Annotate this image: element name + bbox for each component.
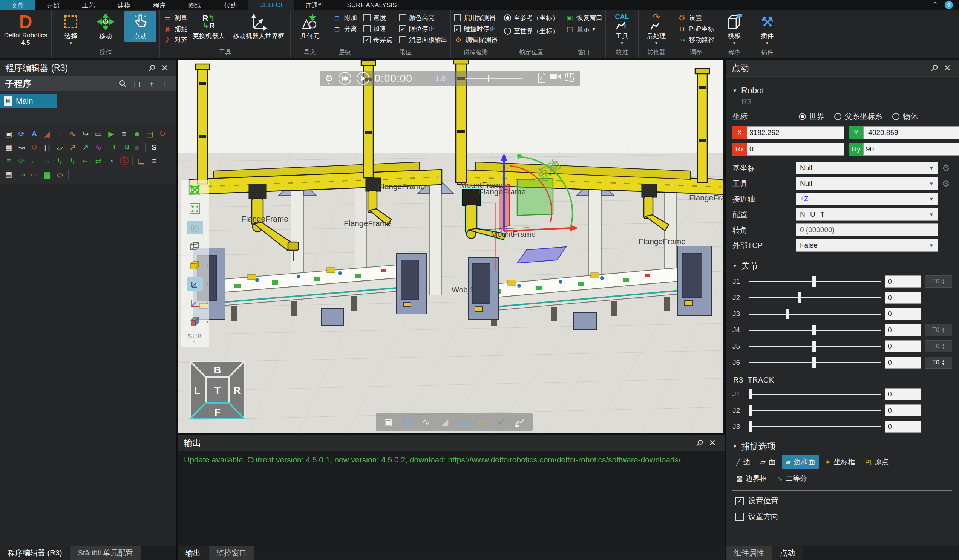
set-position-checkbox[interactable]: ✓ 设置位置 (736, 496, 952, 506)
sync-icon[interactable]: ⇄ (92, 155, 105, 167)
j6-value-field[interactable] (885, 356, 921, 369)
tool-dropdown[interactable]: Null▼ (796, 177, 938, 190)
tab-monitor-window[interactable]: 监控窗口 (209, 546, 254, 560)
rewind-button[interactable] (339, 72, 351, 85)
rotate-back-icon[interactable]: ↺ (28, 141, 41, 153)
tab-staubli-cell-config[interactable]: Stäubli 单元配置 (70, 546, 140, 560)
limit-speed-checkbox[interactable]: 速度 (363, 14, 392, 22)
swap-robot-button[interactable]: R↰ ↳R 更换机器人 (190, 11, 228, 42)
tab-jog[interactable]: 点动 (773, 546, 803, 560)
arrow-move-icon[interactable]: ↗ (79, 141, 92, 153)
menu-tab-file[interactable]: 文件 (0, 0, 35, 10)
playback-settings-gear-icon[interactable]: ⚙ ▾ (325, 73, 333, 84)
limit-singularity-checkbox[interactable]: ✓ 奇异点 (363, 35, 392, 44)
frame-world-radio[interactable]: 世界 (799, 111, 824, 122)
tab-output[interactable]: 输出 (178, 546, 208, 560)
enable-detector-checkbox[interactable]: 启用探测器 (454, 14, 498, 22)
track-j2-slider[interactable] (749, 405, 881, 416)
add-subprogram-icon[interactable]: + (146, 78, 157, 89)
j5-value-field[interactable] (885, 340, 921, 352)
turntable-view-icon[interactable]: ◎ (186, 221, 203, 234)
subprogram-list-icon[interactable]: ▤ (132, 78, 142, 89)
equals-icon[interactable]: = (2, 155, 15, 167)
wireframe-cube-icon[interactable] (186, 240, 203, 253)
geometry-button[interactable]: 几何元 (294, 11, 326, 42)
validate-check-icon[interactable]: ✓ (495, 416, 508, 428)
base-frame-dropdown[interactable]: Null▼ (796, 162, 938, 175)
menu-tab-home[interactable]: 开始 (35, 0, 71, 10)
j1-turn-spinner[interactable]: T0▲▼ (925, 275, 952, 288)
text-annotation-icon[interactable]: A (457, 416, 470, 428)
frame-box-icon[interactable]: ▭ (92, 128, 105, 140)
insert-point-icon[interactable]: ↓ (54, 128, 66, 140)
record-video-icon[interactable] (550, 73, 561, 84)
external-tcp-dropdown[interactable]: False▼ (796, 239, 938, 252)
fit-view-icon[interactable] (186, 202, 203, 216)
menu-tab-modeling[interactable]: 建模 (106, 0, 142, 10)
speed-ellipse-icon[interactable]: ● (131, 128, 143, 140)
track-j3-slider[interactable] (749, 421, 881, 432)
return-jump-icon[interactable]: ↵ (79, 155, 92, 167)
reverse-path-icon[interactable]: ↪ (79, 128, 92, 140)
limit-message-output-checkbox[interactable]: 消息面板输出 (399, 35, 448, 44)
open-folder-icon[interactable]: ▱ (54, 141, 66, 153)
menu-tab-help[interactable]: 帮助 (213, 0, 248, 10)
limit-color-highlight-checkbox[interactable]: 颜色高亮 (399, 14, 448, 22)
snap-origin-button[interactable]: ◰ 原点 (861, 455, 893, 469)
signal-out-icon[interactable]: →• (15, 169, 28, 180)
export-pdf-icon[interactable]: A (538, 73, 546, 84)
ramp-tool-icon[interactable]: ◢ (41, 128, 54, 140)
loop-icon[interactable]: ⟳ (15, 155, 28, 167)
grid-icon[interactable]: ▦ (2, 141, 15, 153)
3d-viewport[interactable]: 点动 FlangeFrame FlangeFrame FlangeFrame M… (178, 60, 723, 433)
menu-tab-program[interactable]: 程序 (142, 0, 177, 10)
snap-edge-and-face-button[interactable]: ▰ 边和面 (782, 455, 819, 469)
pnp-coords-button[interactable]: ⊔ PnP坐标 (677, 24, 715, 33)
j1-slider[interactable] (749, 276, 881, 287)
snap-face-button[interactable]: ▱ 面 (757, 455, 779, 469)
plugins-button[interactable]: ⚒ 插件 ▼ (754, 11, 780, 47)
search-icon[interactable] (118, 78, 128, 89)
rgb-cube-icon[interactable]: ▾ (186, 315, 203, 329)
j6-slider[interactable] (749, 357, 881, 368)
track-j3-value-field[interactable] (885, 420, 921, 433)
output-log[interactable]: Update available. Current version: 4.5.0… (178, 451, 725, 546)
solid-cube-icon[interactable]: ▾ (186, 259, 203, 272)
pin-panel-icon[interactable]: ⚲ (143, 59, 160, 76)
branch-a-icon[interactable]: ↳ (54, 155, 66, 167)
configuration-dropdown[interactable]: N U T▼ (796, 208, 938, 221)
attach-button[interactable]: ⊞ 附加 (333, 14, 357, 22)
speed-slider[interactable] (466, 75, 523, 82)
edit-detector-button[interactable]: ⚙ 编辑探测器 (454, 35, 498, 44)
spline-icon[interactable]: ↝ (15, 141, 28, 153)
program-editor-body[interactable] (0, 184, 177, 546)
tab-program-editor[interactable]: 程序编辑器 (R3) (0, 546, 69, 560)
expand-all-icon[interactable] (186, 183, 203, 197)
axes-display-icon[interactable]: ▾ (186, 296, 203, 310)
lock-to-world-radio[interactable]: 至世界（坐标） (504, 27, 559, 35)
move-button[interactable]: 移动 (89, 11, 122, 42)
to-base-icon[interactable]: →B (118, 141, 131, 153)
limit-accel-checkbox[interactable]: 加速 (363, 24, 392, 33)
j3-value-field[interactable] (885, 308, 921, 320)
pin-output-icon[interactable]: ⚲ (691, 434, 708, 451)
turn-angle-field[interactable]: 0 (000000) (796, 223, 938, 236)
frame-display-icon[interactable]: ▾ (186, 277, 203, 291)
pattern-icon[interactable]: ∏ (41, 141, 54, 153)
menu-tab-surf-analysis[interactable]: SURF ANALYSIS (336, 0, 408, 10)
path-display-icon[interactable]: ∿ (419, 416, 432, 428)
path-points-icon[interactable]: ∿ (66, 128, 79, 140)
j4-value-field[interactable] (885, 324, 921, 336)
j4-slider[interactable] (749, 325, 881, 336)
branch-b-icon[interactable]: ↳ (66, 155, 79, 167)
j2-value-field[interactable] (885, 292, 921, 304)
show-window-button[interactable]: ▤ 显示▾ (565, 24, 602, 33)
measure-button[interactable]: ▭ 测量 (163, 14, 187, 22)
menu-tab-process[interactable]: 工艺 (71, 0, 106, 10)
x-coordinate-field[interactable]: X (733, 126, 844, 139)
track-j2-value-field[interactable] (885, 404, 921, 417)
conveyor-icon[interactable]: ▤ (143, 128, 156, 140)
rx-coordinate-field[interactable]: Rx (733, 143, 844, 156)
export-s-icon[interactable]: S (148, 141, 161, 153)
part-tool-icon[interactable]: ◇ (54, 169, 66, 180)
